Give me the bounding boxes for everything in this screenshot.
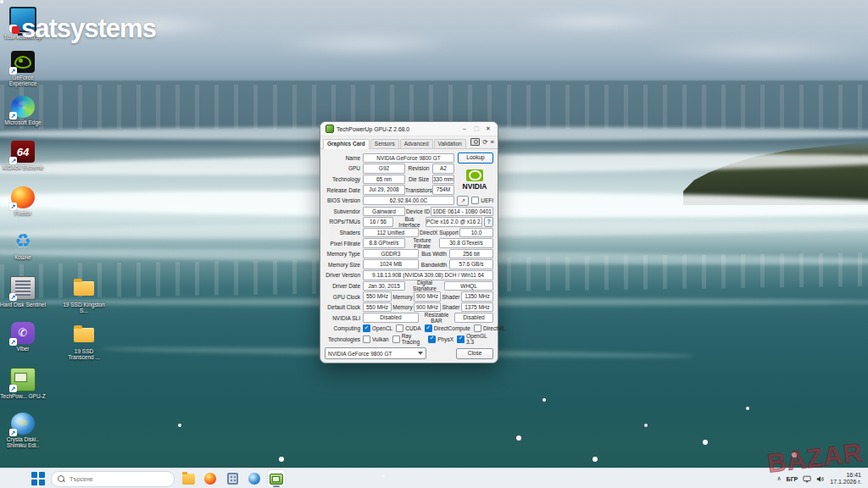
shortcut-arrow-icon: ↗ [9,338,17,346]
shortcut-arrow-icon: ↗ [9,112,17,119]
technology-value: 65 nm [363,175,405,185]
field-label: Pixel Fillrate [325,241,363,247]
cuda-checkbox-group[interactable]: CUDA [396,324,420,332]
desktop-icon-firefox[interactable]: ↗ Firefox [0,186,46,216]
desktop-icon-viber[interactable]: ✆↗ Viber [0,322,46,352]
rops-tmus-value: 16 / 56 [363,217,393,227]
directcompute-checkbox-group[interactable]: DirectCompute [425,324,470,332]
close-button[interactable]: Close [456,348,493,359]
desktop-icon-geforce-experience[interactable]: ↗ GeForce Experience [0,51,46,86]
desktop-icon-crystaldiskinfo[interactable]: ↗ Crysta Diski.. Shimiku Edi.. [0,413,46,448]
gpuz-tabstrip: Graphics Card Sensors Advanced Validatio… [320,136,498,149]
taskbar-app-firefox[interactable] [202,470,219,487]
field-label: Driver Version [325,272,363,278]
tab-advanced[interactable]: Advanced [400,139,433,148]
bus-width-value: 256 bit [449,249,493,259]
minimize-button[interactable]: – [459,124,470,134]
vulkan-checkbox[interactable] [363,336,370,343]
desktop-folder-transcend[interactable]: 19 SSD Transcend ... [61,324,107,360]
revision-value: A2 [432,164,454,174]
release-date-value: Jul 29, 2008 [363,185,405,195]
icon-label: Crysta Diski.. Shimiku Edi.. [0,436,46,448]
desktop-icon-edge[interactable]: ↗ Microsoft Edge [0,96,46,125]
icon-label: AIDA64 Extreme [0,164,46,170]
taskbar-search[interactable] [51,471,175,487]
taskbar-app-explorer[interactable] [180,470,197,487]
resizable-bar-value: Disabled [454,313,493,323]
card-select-value: NVIDIA GeForce 9800 GT [328,351,418,357]
tray-expand-icon[interactable]: ∧ [776,475,781,482]
row-memory-size: Memory Size 1024 MB Bandwidth 57.6 GB/s [325,259,493,270]
opencl-checkbox-group[interactable]: OpenCL [363,324,392,332]
menu-icon[interactable]: ≡ [491,138,494,146]
search-input[interactable] [68,475,168,483]
recycle-bin-icon: ♻ [11,230,35,252]
taskbar-app-calculator[interactable] [224,470,241,487]
speaker-icon[interactable] [816,475,825,483]
uefi-checkbox[interactable] [471,197,479,204]
raytracing-checkbox[interactable] [392,336,400,343]
hard-disk-icon: ↗ [10,276,36,300]
opencl-checkbox[interactable] [363,324,370,332]
opengl-checkbox-group[interactable]: OpenGL 3.3 [457,333,490,345]
bus-interface-help-button[interactable]: ? [484,217,493,227]
network-icon[interactable] [803,475,811,483]
gpuz-toolbar: ⟳ ≡ [470,138,494,146]
sli-value: Disabled [363,313,419,323]
uefi-label: UEFI [481,197,493,203]
desktop-icon-hard-disk-sentinel[interactable]: ↗ Hard Disk Sentinel [0,276,46,308]
cuda-checkbox[interactable] [396,324,403,332]
field-label: Computing [325,325,363,331]
taskbar-app-gpuz-active[interactable] [268,470,285,487]
desktop-icon-aida64[interactable]: 64↗ AIDA64 Extreme [0,141,46,170]
tab-graphics-card[interactable]: Graphics Card [323,139,370,149]
icon-label: TechPow... GPU-Z [0,393,46,399]
start-button[interactable] [31,471,46,486]
field-label: DirectX Support [419,230,459,236]
nvidia-eye-icon [14,56,31,69]
close-window-button[interactable]: ✕ [482,124,494,134]
field-label: Driver Date [325,283,363,289]
raytracing-checkbox-group[interactable]: Ray Tracing [392,333,426,345]
language-indicator[interactable]: БГР [787,476,798,482]
clock-time: 16:41 [830,472,861,479]
directml-checkbox[interactable] [474,324,481,332]
directcompute-checkbox[interactable] [425,324,432,332]
folder-shape [74,328,94,342]
field-label: Revision [405,165,432,171]
field-label: Shader [441,304,461,310]
gpu-clock-value: 550 MHz [363,291,392,302]
directml-checkbox-group[interactable]: DirectML [474,324,505,332]
shortcut-arrow-icon: ↗ [9,202,17,210]
brand-mark-icon [12,26,19,34]
gpuz-titlebar[interactable]: TechPowerUp GPU-Z 2.68.0 – ▢ ✕ [320,122,498,136]
uefi-checkbox-group[interactable]: UEFI [471,197,493,204]
physx-checkbox[interactable] [428,336,436,343]
taskbar-clock[interactable]: 16:41 17.1.2026 г. [830,472,861,485]
field-label: Bus Interface [393,216,426,228]
icon-label: Кошче [0,254,46,260]
taskbar-app-crystaldiskinfo[interactable] [246,470,263,487]
refresh-icon[interactable]: ⟳ [482,138,487,146]
firefox-icon: ↗ [11,186,35,208]
row-sli: NVIDIA SLI Disabled Resizable BAR Disabl… [325,313,493,324]
lookup-button[interactable]: Lookup [458,152,493,164]
physx-checkbox-group[interactable]: PhysX [428,336,453,343]
shader-clock-value: 1350 MHz [461,291,493,302]
desktop-icon-recycle-bin[interactable]: ♻ Кошче [0,230,46,260]
search-icon [58,475,64,482]
screenshot-icon[interactable] [470,138,480,146]
nvidia-eye-icon [466,169,483,181]
tab-sensors[interactable]: Sensors [370,139,399,148]
tab-validation[interactable]: Validation [434,139,466,148]
opengl-checkbox[interactable] [457,336,465,343]
row-technologies: Technologies Vulkan Ray Tracing PhysX Op… [325,334,493,345]
vulkan-checkbox-group[interactable]: Vulkan [363,336,389,343]
desktop-icon-gpuz[interactable]: ↗ TechPow... GPU-Z [0,368,46,399]
share-bios-icon[interactable]: ↗ [457,196,469,206]
card-select-dropdown[interactable]: NVIDIA GeForce 9800 GT [325,347,426,359]
desktop-folder-kingston[interactable]: 19 SSD Kingston S... [61,278,107,313]
icon-label: Firefox [0,210,46,216]
subvendor-value: Gainward [363,207,405,217]
gpuz-icon [270,474,283,485]
